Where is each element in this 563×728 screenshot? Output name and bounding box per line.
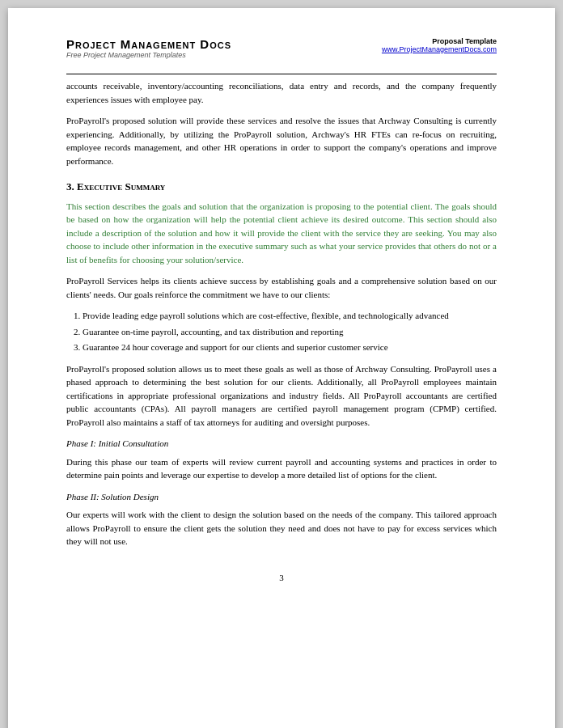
brand-subtitle: Free Project Management Templates	[66, 51, 231, 59]
phase2-title: Phase II: Solution Design	[66, 490, 497, 504]
goals-list: Provide leading edge payroll solutions w…	[83, 309, 497, 354]
intro-paragraph-2: ProPayroll's proposed solution will prov…	[66, 114, 497, 167]
brand-title: Project Management Docs	[66, 37, 231, 51]
phase1-title: Phase I: Initial Consultation	[66, 437, 497, 451]
main-content: accounts receivable, inventory/accountin…	[66, 79, 497, 548]
list-item-2: Guarantee on-time payroll, accounting, a…	[83, 325, 497, 339]
header-divider	[66, 74, 497, 74]
brand-block: Project Management Docs Free Project Man…	[66, 37, 231, 59]
list-item-1: Provide leading edge payroll solutions w…	[83, 309, 497, 323]
section3-heading: 3. Executive Summary	[66, 179, 497, 195]
section3-post-list: ProPayroll's proposed solution allows us…	[66, 362, 497, 430]
section3-green-text: This section describes the goals and sol…	[66, 200, 497, 267]
list-item-3: Guarantee 24 hour coverage and support f…	[83, 341, 497, 354]
page-number: 3	[66, 573, 497, 582]
phase1-body: During this phase our team of experts wi…	[66, 455, 497, 482]
document-page: Project Management Docs Free Project Man…	[8, 8, 555, 728]
phase2-body: Our experts will work with the client to…	[66, 508, 497, 548]
section3-title: Executive Summary	[77, 180, 165, 193]
proposal-label: Proposal Template	[382, 37, 497, 45]
section3-body-1: ProPayroll Services helps its clients ac…	[66, 274, 497, 301]
section3-number: 3.	[66, 180, 74, 193]
header-right: Proposal Template www.ProjectManagementD…	[382, 37, 497, 53]
page-header: Project Management Docs Free Project Man…	[66, 37, 497, 59]
intro-paragraph-1: accounts receivable, inventory/accountin…	[66, 79, 497, 106]
proposal-link: www.ProjectManagementDocs.com	[382, 45, 497, 53]
